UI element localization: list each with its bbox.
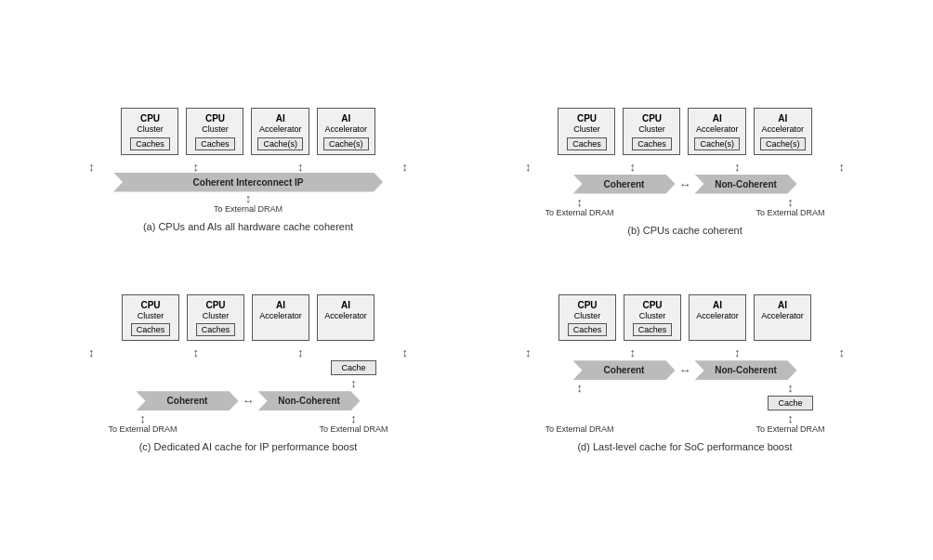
unit-ai2-c: AI Accelerator — [317, 294, 375, 342]
unit-cpu2-b: CPU Cluster Caches — [623, 108, 680, 155]
arrow-c2: ↕ — [193, 346, 200, 358]
arrow-c4: ↕ — [402, 346, 409, 358]
caption-d: (d) Last-level cache for SoC performance… — [577, 441, 792, 452]
horiz-arrow-b: ↔ — [679, 177, 691, 191]
dram-col-d-left: To External DRAM — [545, 424, 613, 434]
banners-d: Coherent ↔ Non-Coherent — [573, 360, 797, 380]
dram-col-c-left: ↕ To External DRAM — [108, 412, 177, 434]
caption-a: (a) CPUs and AIs all hardware cache cohe… — [143, 221, 353, 232]
arrow-b4: ↕ — [839, 161, 846, 173]
arrow-d2: ↕ — [630, 346, 637, 358]
unit-cpu1-b: CPU Cluster Caches — [558, 108, 615, 155]
coherent-banner-a: Coherent Interconnect IP — [113, 173, 383, 192]
unit-cpu2-a: CPU Cluster Caches — [186, 108, 243, 155]
unit-ai1-d: AI Accelerator — [689, 294, 746, 342]
unit-ai2-d: AI Accelerator — [754, 294, 811, 342]
unit-ai1-c: AI Accelerator — [252, 294, 309, 342]
unit-cpu1-a: CPU Cluster Caches — [121, 108, 178, 155]
arrow-a3: ↕ — [297, 161, 304, 173]
llc-cache-d: Cache — [768, 396, 812, 410]
arrow-d3: ↕ — [734, 346, 741, 358]
dram-col-b-left: ↕ To External DRAM — [545, 196, 613, 217]
unit-ai2-b: AI Accelerator Cache(s) — [754, 108, 812, 155]
unit-cpu1-c: CPU Cluster Caches — [122, 294, 179, 342]
unit-ai2-a: AI Accelerator Cache(s) — [317, 108, 375, 155]
arrow-d4: ↕ — [839, 346, 846, 358]
main-container: CPU Cluster Caches CPU Cluster Caches AI… — [20, 89, 913, 472]
units-row-d: CPU Cluster Caches CPU Cluster Caches AI… — [558, 294, 811, 342]
banners-b: Coherent ↔ Non-Coherent — [573, 175, 797, 194]
arrow-b1: ↕ — [525, 161, 532, 173]
arrow-dram-a: ↕ — [245, 192, 252, 204]
diagram-a: CPU Cluster Caches CPU Cluster Caches AI… — [39, 108, 457, 267]
unit-cpu2-d: CPU Cluster Caches — [624, 294, 681, 342]
horiz-arrow-d: ↔ — [679, 363, 691, 377]
unit-cpu1-d: CPU Cluster Caches — [558, 294, 616, 342]
split-dram-d: To External DRAM To External DRAM — [476, 424, 894, 434]
unit-ai1-b: AI Accelerator Cache(s) — [688, 108, 746, 155]
dram-a: To External DRAM — [214, 204, 283, 214]
coherent-banner-c: Coherent — [137, 391, 239, 410]
caption-c: (c) Dedicated AI cache for IP performanc… — [139, 441, 358, 452]
ai-cache-c: Cache — [331, 360, 375, 375]
noncoherent-banner-b: Non-Coherent — [695, 175, 797, 194]
banners-c: Coherent ↔ Non-Coherent — [137, 391, 361, 410]
arrow-b3: ↕ — [734, 161, 741, 173]
diagram-d: CPU Cluster Caches CPU Cluster Caches AI… — [476, 294, 894, 453]
units-row-a: CPU Cluster Caches CPU Cluster Caches AI… — [121, 108, 375, 155]
caption-b: (b) CPUs cache coherent — [627, 225, 742, 236]
arrow-d1: ↕ — [525, 346, 532, 358]
units-row-b: CPU Cluster Caches CPU Cluster Caches AI… — [558, 108, 811, 155]
horiz-arrow-c: ↔ — [243, 394, 255, 408]
unit-ai1-a: AI Accelerator Cache(s) — [251, 108, 309, 155]
arrow-c1: ↕ — [88, 346, 95, 358]
diagram-c: CPU Cluster Caches CPU Cluster Caches AI… — [39, 294, 457, 453]
noncoherent-banner-d: Non-Coherent — [695, 360, 797, 380]
diagram-b: CPU Cluster Caches CPU Cluster Caches AI… — [476, 108, 894, 267]
split-dram-b: ↕ To External DRAM ↕ To External DRAM — [476, 196, 894, 217]
noncoherent-banner-c: Non-Coherent — [258, 391, 361, 410]
diagrams-grid: CPU Cluster Caches CPU Cluster Caches AI… — [39, 108, 894, 453]
arrow-a2: ↕ — [193, 161, 200, 173]
arrow-b2: ↕ — [630, 161, 637, 173]
arrow-c3: ↕ — [297, 346, 304, 358]
units-row-c: CPU Cluster Caches CPU Cluster Caches AI… — [122, 294, 375, 342]
unit-cpu2-c: CPU Cluster Caches — [187, 294, 244, 342]
coherent-banner-b: Coherent — [573, 175, 676, 194]
arrow-a4: ↕ — [402, 161, 409, 173]
dram-col-b-right: ↕ To External DRAM — [756, 196, 824, 217]
split-dram-c: ↕ To External DRAM ↕ To External DRAM — [39, 412, 457, 434]
arrow-a1: ↕ — [88, 161, 95, 173]
dram-col-c-right: ↕ To External DRAM — [319, 412, 388, 434]
dram-col-d-right: To External DRAM — [756, 424, 824, 434]
coherent-banner-d: Coherent — [573, 360, 676, 380]
